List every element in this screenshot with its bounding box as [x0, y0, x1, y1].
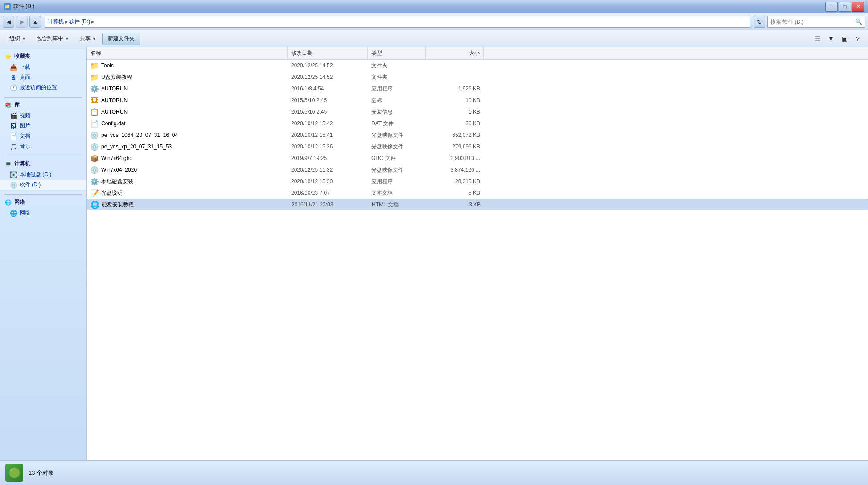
file-cell-date: 2016/11/21 22:03	[288, 199, 368, 210]
sidebar-item-recent[interactable]: 🕐 最近访问的位置	[0, 82, 86, 93]
file-name: U盘安装教程	[101, 74, 132, 81]
col-header-size[interactable]: 大小	[426, 47, 484, 59]
table-row[interactable]: 💿 pe_yqs_1064_20_07_31_16_04 2020/10/12 …	[87, 129, 868, 141]
col-header-name[interactable]: 名称	[87, 47, 288, 59]
desktop-label: 桌面	[20, 74, 30, 81]
file-name: 光盘说明	[101, 189, 123, 197]
file-icon: 📋	[91, 108, 99, 116]
recent-label: 最近访问的位置	[20, 84, 57, 91]
refresh-button[interactable]: ↻	[754, 16, 765, 28]
file-cell-size: 1 KB	[426, 106, 484, 118]
pictures-icon: 🖼	[10, 123, 17, 130]
close-button[interactable]: ✕	[852, 2, 864, 12]
file-cell-size: 3,874,126 ...	[426, 164, 484, 176]
organize-button[interactable]: 组织 ▼	[4, 33, 31, 45]
sidebar-item-music[interactable]: 🎵 音乐	[0, 141, 86, 152]
minimize-button[interactable]: ─	[825, 2, 838, 12]
file-cell-type: HTML 文档	[368, 199, 426, 210]
up-button[interactable]: ▲	[29, 16, 41, 28]
table-row[interactable]: 🌐 硬盘安装教程 2016/11/21 22:03 HTML 文档 3 KB	[87, 199, 868, 210]
table-row[interactable]: ⚙️ 本地硬盘安装 2020/10/12 15:30 应用程序 28,315 K…	[87, 176, 868, 187]
pane-toggle-button[interactable]: ▣	[839, 33, 850, 45]
video-icon: 🎬	[10, 112, 17, 119]
file-cell-type: 应用程序	[368, 83, 426, 95]
file-cell-size: 1,926 KB	[426, 83, 484, 95]
status-bar: 🟢 13 个对象	[0, 460, 868, 485]
sidebar-item-network[interactable]: 🌐 网络	[0, 208, 86, 218]
file-cell-size: 36 KB	[426, 118, 484, 129]
file-cell-name: 🌐 硬盘安装教程	[87, 199, 288, 210]
file-name: AUTORUN	[101, 109, 128, 115]
desktop-icon: 🖥	[10, 74, 17, 81]
search-input[interactable]	[770, 19, 853, 25]
breadcrumb-computer[interactable]: 计算机	[48, 18, 64, 25]
sidebar-item-c-drive[interactable]: 💽 本地磁盘 (C:)	[0, 169, 86, 180]
table-row[interactable]: 📝 光盘说明 2016/10/23 7:07 文本文档 5 KB	[87, 187, 868, 199]
view-button[interactable]: ☰	[812, 33, 823, 45]
file-cell-name: 🖼 AUTORUN	[87, 95, 288, 106]
library-icon: 📚	[4, 102, 12, 109]
organize-label: 组织	[9, 35, 20, 42]
sidebar-item-download[interactable]: 📥 下载	[0, 62, 86, 72]
documents-label: 文档	[20, 132, 30, 140]
sidebar-item-video[interactable]: 🎬 视频	[0, 111, 86, 121]
d-drive-icon: 💿	[10, 181, 17, 189]
d-drive-label: 软件 (D:)	[20, 181, 41, 189]
file-cell-date: 2020/12/25 14:52	[288, 71, 368, 83]
sidebar-item-documents[interactable]: 📄 文档	[0, 131, 86, 141]
organize-arrow: ▼	[22, 37, 26, 41]
file-list: 📁 Tools 2020/12/25 14:52 文件夹 📁 U盘安装教程 20…	[87, 60, 868, 460]
file-name: 硬盘安装教程	[102, 201, 134, 209]
file-icon: 📁	[91, 73, 99, 81]
new-folder-button[interactable]: 新建文件夹	[102, 33, 140, 45]
include-arrow: ▼	[65, 37, 69, 41]
table-row[interactable]: 📁 Tools 2020/12/25 14:52 文件夹	[87, 60, 868, 71]
file-name: pe_yqs_xp_20_07_31_15_53	[101, 144, 172, 150]
include-button[interactable]: 包含到库中 ▼	[32, 33, 74, 45]
search-icon: 🔍	[855, 18, 862, 25]
table-row[interactable]: 🖼 AUTORUN 2015/5/10 2:45 图标 10 KB	[87, 95, 868, 106]
file-name: 本地硬盘安装	[101, 178, 133, 185]
sidebar-item-pictures[interactable]: 🖼 图片	[0, 121, 86, 131]
view-options-button[interactable]: ▼	[825, 33, 837, 45]
table-row[interactable]: 💿 Win7x64_2020 2020/12/25 11:32 光盘映像文件 3…	[87, 164, 868, 176]
file-name: pe_yqs_1064_20_07_31_16_04	[101, 132, 178, 138]
back-button[interactable]: ◀	[3, 16, 14, 28]
col-header-modified[interactable]: 修改日期	[288, 47, 368, 59]
table-row[interactable]: 📄 Config.dat 2020/10/12 15:42 DAT 文件 36 …	[87, 118, 868, 129]
status-icon: 🟢	[5, 464, 23, 482]
file-cell-date: 2020/12/25 14:52	[288, 60, 368, 71]
network-label: 网络	[14, 198, 25, 206]
window-controls: ─ □ ✕	[825, 2, 864, 12]
file-cell-size	[426, 71, 484, 83]
sidebar-section-network: 🌐 网络 🌐 网络	[0, 197, 86, 218]
sidebar-item-desktop[interactable]: 🖥 桌面	[0, 72, 86, 82]
file-name: Win7x64_2020	[101, 167, 137, 173]
sidebar-item-d-drive[interactable]: 💿 软件 (D:)	[0, 180, 86, 190]
file-name: Win7x64.gho	[101, 155, 132, 161]
table-row[interactable]: 📋 AUTORUN 2015/5/10 2:45 安装信息 1 KB	[87, 106, 868, 118]
sidebar-header-favorites: ⭐ 收藏夹	[0, 51, 86, 62]
music-icon: 🎵	[10, 143, 17, 150]
share-button[interactable]: 共享 ▼	[75, 33, 101, 45]
file-cell-type: 应用程序	[368, 176, 426, 187]
search-box[interactable]: 🔍	[767, 16, 865, 28]
help-button[interactable]: ?	[852, 33, 864, 45]
table-row[interactable]: 📦 Win7x64.gho 2019/9/7 19:25 GHO 文件 2,90…	[87, 152, 868, 164]
file-cell-name: 💿 Win7x64_2020	[87, 164, 288, 176]
forward-button[interactable]: ▶	[16, 16, 28, 28]
col-header-type[interactable]: 类型	[368, 47, 426, 59]
sidebar-divider-1	[4, 97, 82, 98]
table-row[interactable]: 📁 U盘安装教程 2020/12/25 14:52 文件夹	[87, 71, 868, 83]
breadcrumb-drive[interactable]: 软件 (D:)	[69, 18, 90, 25]
sidebar-section-library: 📚 库 🎬 视频 🖼 图片 📄 文档 🎵 音乐	[0, 99, 86, 152]
file-name: AUTORUN	[101, 86, 128, 92]
table-row[interactable]: 💿 pe_yqs_xp_20_07_31_15_53 2020/10/12 15…	[87, 141, 868, 152]
pictures-label: 图片	[20, 122, 30, 130]
file-cell-name: 📋 AUTORUN	[87, 106, 288, 118]
file-cell-type: 光盘映像文件	[368, 164, 426, 176]
maximize-button[interactable]: □	[839, 2, 851, 12]
file-cell-type: 文件夹	[368, 60, 426, 71]
table-row[interactable]: ⚙️ AUTORUN 2016/1/8 4:54 应用程序 1,926 KB	[87, 83, 868, 95]
sidebar-section-favorites: ⭐ 收藏夹 📥 下载 🖥 桌面 🕐 最近访问的位置	[0, 51, 86, 93]
